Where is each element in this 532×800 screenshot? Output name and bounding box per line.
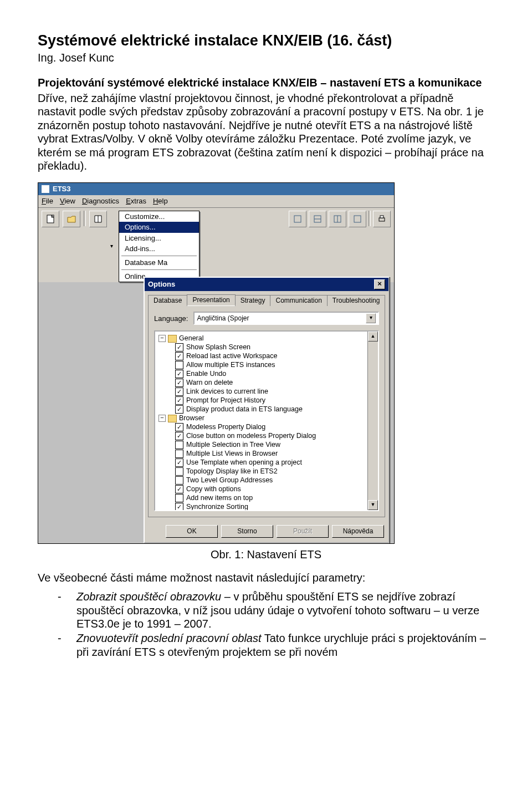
scrollbar[interactable]: ▲ ▼ xyxy=(367,332,378,510)
tree-item[interactable]: Allow multiple ETS instances xyxy=(175,361,367,369)
language-select[interactable]: Angličtina (Spojer ▾ xyxy=(193,312,379,325)
toolbar-btn-1-icon[interactable] xyxy=(289,211,306,227)
app-icon xyxy=(42,185,49,193)
tree-expander-icon[interactable]: − xyxy=(158,335,166,342)
extras-customize[interactable]: Customize... xyxy=(119,211,199,222)
checkbox[interactable] xyxy=(175,423,183,431)
scroll-down-icon[interactable]: ▼ xyxy=(368,500,378,510)
toolbar-open-icon[interactable] xyxy=(63,211,80,227)
tree-item[interactable]: Modeless Property Dialog xyxy=(175,423,367,431)
titlebar: ETS3 xyxy=(38,183,394,195)
extras-dropdown: Customize... Options... Licensing... Add… xyxy=(119,211,200,283)
extras-addins[interactable]: Add-ins... xyxy=(119,243,199,254)
help-button[interactable]: Nápověda xyxy=(332,525,384,537)
toolbar-btn-3-icon[interactable] xyxy=(329,211,346,227)
tree-item[interactable]: Copy with options xyxy=(175,485,367,493)
toolbar-book-icon[interactable] xyxy=(89,211,107,227)
checkbox[interactable] xyxy=(175,450,183,458)
checkbox[interactable] xyxy=(175,458,183,467)
checkbox[interactable] xyxy=(175,494,183,502)
tree-section[interactable]: −General xyxy=(158,334,367,343)
tree-item-label: Multiple Selection in Tree View xyxy=(186,441,280,449)
apply-button[interactable]: Použít xyxy=(277,525,329,537)
cancel-button[interactable]: Storno xyxy=(221,525,273,537)
menu-help[interactable]: Help xyxy=(153,197,168,206)
tree-item[interactable]: Two Level Group Addresses xyxy=(175,476,367,485)
toolbar-btn-2-icon[interactable] xyxy=(309,211,326,227)
extras-options[interactable]: Options... xyxy=(119,222,199,233)
options-dialog: Options × Database Presentation Strategy… xyxy=(144,277,390,543)
tree-item[interactable]: Multiple List Views in Browser xyxy=(175,450,367,458)
menu-view[interactable]: View xyxy=(60,197,75,206)
author-line: Ing. Josef Kunc xyxy=(38,52,494,64)
extras-separator-2 xyxy=(121,269,197,270)
tree-item-label: Use Template when opening a project xyxy=(186,458,302,467)
tree-item[interactable]: Synchronize Sorting xyxy=(175,503,367,511)
tree-item-label: Close button on modeless Property Dialog xyxy=(186,432,316,440)
tree-item[interactable]: Multiple Selection in Tree View xyxy=(175,441,367,449)
tree-item[interactable]: Warn on delete xyxy=(175,379,367,387)
tree-item[interactable]: Use Template when opening a project xyxy=(175,458,367,467)
checkbox[interactable] xyxy=(175,396,183,405)
menu-file[interactable]: File xyxy=(42,197,53,206)
menu-diagnostics[interactable]: Diagnostics xyxy=(82,197,119,206)
tree-item-label: Reload last active Workspace xyxy=(186,352,277,360)
options-title-text: Options xyxy=(148,280,175,289)
bullet-2: Znovuotevřít poslední pracovní oblast Ta… xyxy=(58,631,494,659)
tree-item[interactable]: Enable Undo xyxy=(175,370,367,378)
ok-button[interactable]: OK xyxy=(166,525,218,537)
tree-item[interactable]: Add new items on top xyxy=(175,494,367,502)
tree-item[interactable]: Prompt for Project History xyxy=(175,396,367,405)
tab-communication[interactable]: Communication xyxy=(270,295,327,306)
tab-pane: Language: Angličtina (Spojer ▾ −GeneralS… xyxy=(148,305,385,517)
checkbox[interactable] xyxy=(175,370,183,378)
toolbar-dropdown-caret-icon[interactable]: ▾ xyxy=(110,243,113,249)
tree-item-label: Copy with options xyxy=(186,485,241,493)
checkbox[interactable] xyxy=(175,388,183,396)
checkbox[interactable] xyxy=(175,485,183,493)
language-label: Language: xyxy=(154,314,188,323)
tab-database[interactable]: Database xyxy=(148,295,187,306)
checkbox[interactable] xyxy=(175,441,183,449)
bullet-1-em: Zobrazit spouštěcí obrazovku xyxy=(76,590,221,603)
checkbox[interactable] xyxy=(175,432,183,440)
toolbar-new-icon[interactable] xyxy=(42,211,59,227)
tree-section[interactable]: −Browser xyxy=(158,414,367,422)
tree-item[interactable]: Reload last active Workspace xyxy=(175,352,367,360)
checkbox[interactable] xyxy=(175,467,183,476)
toolbar-print-icon[interactable] xyxy=(373,211,391,227)
checkbox[interactable] xyxy=(175,379,183,387)
bullet-1: Zobrazit spouštěcí obrazovku – v průběhu… xyxy=(58,590,494,630)
chevron-down-icon[interactable]: ▾ xyxy=(366,313,376,323)
extras-licensing[interactable]: Licensing... xyxy=(119,233,199,244)
checkbox[interactable] xyxy=(175,405,183,414)
section-subtitle: Projektování systémové elektrické instal… xyxy=(38,77,494,89)
tree-item[interactable]: Close button on modeless Property Dialog xyxy=(175,432,367,440)
checkbox[interactable] xyxy=(175,343,183,351)
scroll-up-icon[interactable]: ▲ xyxy=(368,332,378,342)
paragraph-1: Dříve, než zahájíme vlastní projektovou … xyxy=(38,91,494,172)
tree-item-label: Topology Display like in ETS2 xyxy=(186,467,278,476)
checkbox[interactable] xyxy=(175,352,183,360)
figure-caption: Obr. 1: Nastavení ETS xyxy=(38,548,494,561)
tab-presentation[interactable]: Presentation xyxy=(187,294,235,305)
tree-item-label: Add new items on top xyxy=(186,494,253,502)
tree-expander-icon[interactable]: − xyxy=(158,415,166,422)
tree-item[interactable]: Display product data in ETS language xyxy=(175,405,367,414)
tree-item[interactable]: Show Splash Screen xyxy=(175,343,367,351)
extras-database[interactable]: Database Ma xyxy=(119,257,199,268)
tree-item-label: Allow multiple ETS instances xyxy=(186,361,275,369)
tab-strategy[interactable]: Strategy xyxy=(235,295,271,306)
tree-item[interactable]: Topology Display like in ETS2 xyxy=(175,467,367,476)
folder-icon xyxy=(168,335,177,343)
checkbox[interactable] xyxy=(175,476,183,485)
checkbox[interactable] xyxy=(175,503,183,511)
tree-item[interactable]: Link devices to current line xyxy=(175,388,367,396)
bullet-2-em: Znovuotevřít poslední pracovní oblast xyxy=(76,632,262,644)
tab-troubleshooting[interactable]: Troubleshooting xyxy=(327,295,386,306)
tree-item-label: Warn on delete xyxy=(186,379,233,387)
checkbox[interactable] xyxy=(175,361,183,369)
close-icon[interactable]: × xyxy=(374,279,385,289)
toolbar-btn-4-icon[interactable] xyxy=(349,211,366,227)
menu-extras[interactable]: Extras xyxy=(126,197,146,206)
